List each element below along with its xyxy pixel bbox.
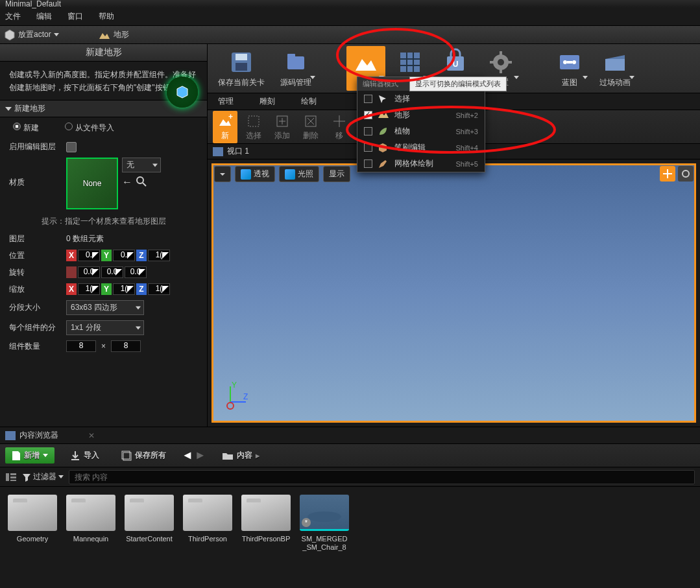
material-dropdown[interactable]: 无 xyxy=(122,158,161,172)
cb-filter-bar: 过滤器 xyxy=(0,467,700,487)
titlebar: Minimal_Default xyxy=(0,0,700,8)
filter-button[interactable]: 过滤器 xyxy=(22,471,64,482)
show-button[interactable]: 显示 xyxy=(323,166,350,182)
mode-item-foliage[interactable]: 植物 Shift+3 xyxy=(357,123,485,139)
save-all-button[interactable]: 保存所有 xyxy=(115,447,173,464)
mode-item-brush[interactable]: 笔刷编辑 Shift+4 xyxy=(357,139,485,156)
rotate-tool[interactable] xyxy=(678,166,694,182)
item-shortcut: Shift+5 xyxy=(455,160,478,168)
checkbox-enable-edit-layer[interactable] xyxy=(66,142,77,152)
tool-new[interactable]: + 新 xyxy=(213,111,237,143)
radio-new[interactable]: 新建 xyxy=(13,123,39,134)
funnel-icon xyxy=(22,473,31,482)
menu-file[interactable]: 文件 xyxy=(5,11,21,22)
svg-rect-26 xyxy=(248,116,259,126)
blueprint-button[interactable]: 蓝图 xyxy=(550,46,589,91)
floppy-icon xyxy=(229,50,254,75)
component-count-a[interactable]: 8 xyxy=(66,340,96,352)
viewport-options[interactable] xyxy=(214,166,231,182)
location-z-input[interactable]: 1( xyxy=(148,250,170,261)
cube-icon xyxy=(285,169,295,180)
folder-thirdpersonbp[interactable]: ThirdPersonBP xyxy=(241,495,291,552)
label-component-count: 组件数量 xyxy=(9,341,61,352)
cb-tab-label[interactable]: 内容浏览器 xyxy=(19,430,58,441)
scale-z-input[interactable]: 1( xyxy=(148,283,170,295)
add-icon xyxy=(275,114,289,128)
mode-item-meshpaint[interactable]: 网格体绘制 Shift+5 xyxy=(357,156,485,172)
asset-sm-merged-chair[interactable]: *SM_MERGED_SM_Chair_8 xyxy=(300,495,349,552)
rotation-y-input[interactable]: 0.0 xyxy=(101,266,123,278)
move-tool[interactable] xyxy=(660,166,675,182)
source-label: 源码管理 xyxy=(280,77,311,88)
rotation-x-input[interactable]: 0.0 xyxy=(78,266,100,278)
viewport-3d[interactable]: YZ xyxy=(211,163,696,423)
save-button[interactable]: 保存当前关卡 xyxy=(213,46,270,91)
scale-y-input[interactable]: 1( xyxy=(113,283,135,295)
rotation-z-input[interactable]: 0.0 xyxy=(125,266,147,278)
plus-mountain-icon: + xyxy=(218,114,232,128)
asset-grid: Geometry Mannequin StarterContent ThirdP… xyxy=(0,487,700,559)
item-label: 选择 xyxy=(394,93,410,104)
section-size-dropdown[interactable]: 63x63 四边形 xyxy=(66,300,144,315)
svg-point-22 xyxy=(572,60,576,64)
place-actor-mode[interactable]: 放置actor xyxy=(4,29,59,41)
tool-delete-label: 删除 xyxy=(303,130,319,141)
sources-icon[interactable] xyxy=(5,472,17,482)
folder-startercontent[interactable]: StarterContent xyxy=(125,495,174,552)
back-icon[interactable]: ◄ xyxy=(182,449,193,462)
tool-add[interactable]: 添加 xyxy=(270,111,295,143)
file-plus-icon xyxy=(12,451,21,461)
search-input[interactable] xyxy=(69,470,695,484)
folder-mannequin[interactable]: Mannequin xyxy=(66,495,115,552)
label-material: 材质 xyxy=(9,177,61,188)
location-y-input[interactable]: 0. xyxy=(113,250,135,261)
material-back-icon[interactable]: ← xyxy=(122,176,132,189)
folder-geometry[interactable]: Geometry xyxy=(8,495,57,552)
tab-sculpt[interactable]: 雕刻 xyxy=(254,93,280,110)
menu-window[interactable]: 窗口 xyxy=(67,11,83,22)
component-count-b[interactable]: 8 xyxy=(111,340,141,352)
perspective-button[interactable]: 透视 xyxy=(235,166,275,182)
landscape-mode[interactable]: 地形 xyxy=(98,29,129,40)
highlight-cube-icon xyxy=(167,76,198,108)
tab-paint[interactable]: 绘制 xyxy=(296,93,322,110)
scale-x-input[interactable]: 1( xyxy=(78,283,100,295)
forward-icon[interactable]: ► xyxy=(195,449,206,462)
folder-thirdperson[interactable]: ThirdPerson xyxy=(183,495,232,552)
radio-import[interactable]: 从文件导入 xyxy=(65,123,114,134)
landscape-panel: 新建地形 创建或导入新的高度图。指定材质并配置组件。准备好创建新地图时，按下此面… xyxy=(0,44,208,427)
location-x-input[interactable]: 0. xyxy=(78,250,100,261)
lit-button[interactable]: 光照 xyxy=(279,166,319,182)
close-icon[interactable]: ✕ xyxy=(88,431,95,440)
svg-text:+: + xyxy=(228,112,233,121)
svg-point-15 xyxy=(498,59,504,65)
tab-manage[interactable]: 管理 xyxy=(213,93,239,110)
mode-item-landscape[interactable]: 地形 Shift+2 xyxy=(357,107,485,123)
save-all-icon xyxy=(121,451,132,461)
label-section-size: 分段大小 xyxy=(9,302,61,313)
sections-per-dropdown[interactable]: 1x1 分段 xyxy=(66,320,144,335)
download-icon xyxy=(70,451,80,461)
material-find-icon[interactable] xyxy=(136,176,147,189)
viewport-tab-label[interactable]: 视口 1 xyxy=(227,146,249,157)
item-label: 植物 xyxy=(394,126,410,137)
axis-z-label: Z xyxy=(136,250,147,261)
label-layers: 图层 xyxy=(9,233,61,244)
path-content[interactable]: 内容 ▸ xyxy=(215,447,266,464)
mode-item-select[interactable]: 选择 xyxy=(357,91,485,107)
menu-help[interactable]: 帮助 xyxy=(99,11,114,22)
label-enable-edit-layer: 启用编辑图层 xyxy=(9,141,61,152)
select-icon xyxy=(247,114,261,128)
material-swatch[interactable]: None xyxy=(66,158,118,209)
cinematic-button[interactable]: 过场动画 xyxy=(594,46,636,91)
menu-edit[interactable]: 编辑 xyxy=(36,11,52,22)
import-button[interactable]: 导入 xyxy=(64,447,106,464)
tool-select[interactable]: 选择 xyxy=(241,111,266,143)
add-new-button[interactable]: 新增 xyxy=(5,447,54,464)
source-control-button[interactable]: 源码管理 xyxy=(275,46,317,91)
tool-move[interactable]: 移 xyxy=(327,111,352,143)
tool-delete[interactable]: 删除 xyxy=(298,111,323,143)
item-label: 笔刷编辑 xyxy=(394,142,426,153)
panel-header: 新建地形 xyxy=(0,44,207,62)
cb-tab-bar: 内容浏览器 ✕ xyxy=(0,427,700,444)
